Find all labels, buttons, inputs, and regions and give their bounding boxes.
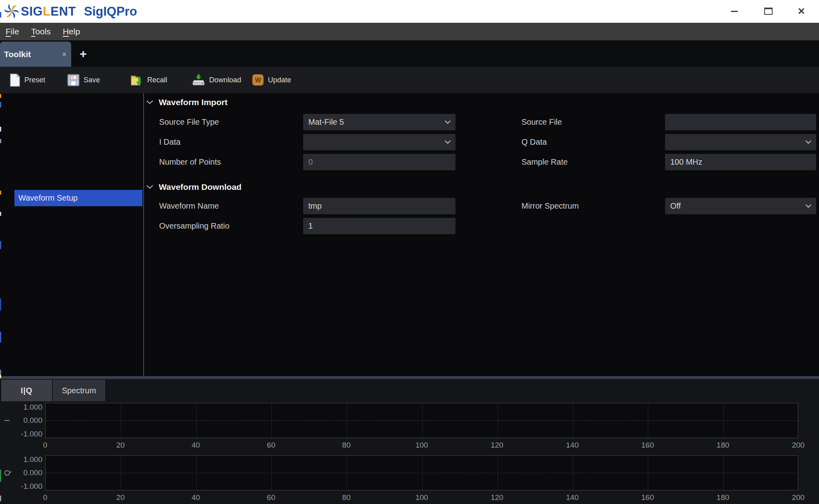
- save-button[interactable]: Save: [67, 72, 100, 88]
- x-tick-label: 160: [641, 493, 654, 502]
- preset-button[interactable]: Preset: [10, 72, 45, 88]
- y-tick-label: 0.000: [7, 416, 42, 425]
- screen-edge-artifact: [0, 375, 1, 378]
- y-tick-label: 0.000: [7, 468, 42, 477]
- mirror-spectrum-dropdown[interactable]: Off: [665, 198, 816, 214]
- screen-edge-artifact: [0, 212, 1, 216]
- gridline-zero: [46, 420, 798, 421]
- source-file-label: Source File: [521, 114, 562, 130]
- source-file-input[interactable]: [665, 114, 816, 130]
- number-of-points-input[interactable]: 0: [303, 154, 455, 170]
- x-tick-label: 120: [491, 493, 503, 502]
- q-data-dropdown[interactable]: [665, 134, 816, 150]
- tab-iq[interactable]: I|Q: [1, 380, 52, 401]
- x-tick-label: 200: [792, 441, 805, 450]
- brand-wordmark: SIGLENT: [21, 4, 76, 19]
- tab-close-icon[interactable]: ×: [62, 50, 66, 59]
- screen-edge-artifact: [0, 299, 1, 311]
- sample-rate-input[interactable]: 100 MHz: [665, 154, 816, 170]
- x-tick-label: 20: [116, 441, 125, 450]
- y-axis-title-q: Q: [3, 468, 12, 478]
- section-header-waveform-download: Waveform Download: [146, 181, 242, 193]
- q-data-label: Q Data: [521, 134, 547, 150]
- siglent-logo-icon: [4, 3, 20, 19]
- screen-edge-artifact: [0, 496, 1, 501]
- x-tick-label: 160: [641, 441, 654, 450]
- x-tick-label: 80: [342, 493, 351, 502]
- sidebar-item-waveform-setup[interactable]: Waveform Setup: [14, 190, 142, 206]
- sigiqpro-window: SIGLENT SigIQPro ✕ File Tools Help Toolk…: [0, 0, 819, 504]
- mirror-spectrum-label: Mirror Spectrum: [521, 198, 579, 214]
- chevron-down-icon: [445, 140, 451, 144]
- oversampling-ratio-input[interactable]: 1: [303, 218, 455, 234]
- x-tick-label: 0: [43, 441, 48, 450]
- tab-toolkit[interactable]: Toolkit ×: [0, 42, 71, 67]
- chevron-down-icon: [445, 120, 451, 124]
- chevron-down-icon[interactable]: [146, 100, 153, 104]
- screen-edge-artifact: [0, 191, 1, 195]
- waveform-name-input[interactable]: tmp: [303, 198, 455, 214]
- download-button[interactable]: Download: [192, 72, 241, 88]
- main-area: Waveform Setup Waveform Import Source Fi…: [0, 93, 819, 376]
- screen-edge-artifact: [0, 12, 1, 18]
- i-data-label: I Data: [159, 134, 180, 150]
- x-tick-label: 60: [267, 493, 275, 502]
- document-tab-bar: Toolkit × +: [0, 40, 819, 67]
- minimize-icon: [731, 11, 738, 12]
- menu-help[interactable]: Help: [60, 27, 83, 36]
- x-tick-label: 40: [192, 493, 200, 502]
- folder-recall-icon: [130, 74, 143, 86]
- chart-plot-i: [45, 403, 798, 438]
- gridline-zero: [46, 473, 798, 473]
- x-tick-label: 100: [415, 493, 428, 502]
- app-title: SigIQPro: [84, 4, 137, 19]
- maximize-icon: [764, 8, 773, 15]
- x-tick-label: 40: [192, 441, 200, 450]
- screen-edge-artifact: [0, 127, 1, 131]
- y-tick-label: 1.000: [7, 403, 42, 412]
- screen-edge-artifact: [0, 370, 1, 375]
- toolbar: Preset Save Recall: [0, 67, 819, 93]
- menu-file[interactable]: File: [2, 27, 22, 36]
- chevron-down-icon: [805, 204, 811, 208]
- screen-edge-artifact: [0, 332, 1, 343]
- chevron-down-icon[interactable]: [146, 185, 153, 189]
- sidebar-divider[interactable]: [143, 93, 144, 376]
- section-header-waveform-import: Waveform Import: [146, 96, 228, 108]
- chart-plot-q: [45, 455, 798, 490]
- x-tick-label: 140: [566, 441, 579, 450]
- chevron-down-icon: [805, 140, 811, 144]
- panel-splitter[interactable]: [0, 376, 819, 379]
- menu-tools[interactable]: Tools: [28, 27, 54, 36]
- minimize-button[interactable]: [725, 3, 743, 19]
- recall-button[interactable]: Recall: [130, 72, 167, 88]
- screen-edge-artifact: [0, 94, 1, 98]
- oversampling-ratio-label: Oversampling Ratio: [159, 218, 230, 234]
- svg-text:W: W: [255, 77, 261, 84]
- screen-edge-artifact: [0, 102, 1, 108]
- y-tick-label: -1.000: [7, 482, 42, 491]
- source-file-type-dropdown[interactable]: Mat-File 5: [303, 114, 455, 130]
- waveform-name-label: Waveform Name: [159, 198, 219, 214]
- x-tick-label: 200: [792, 493, 805, 502]
- tab-spectrum[interactable]: Spectrum: [53, 380, 105, 401]
- new-tab-button[interactable]: +: [77, 46, 90, 62]
- number-of-points-label: Number of Points: [159, 154, 221, 170]
- update-button[interactable]: W Update: [252, 72, 291, 88]
- x-tick-label: 100: [415, 441, 428, 450]
- close-button[interactable]: ✕: [793, 3, 810, 19]
- x-tick-label: 0: [43, 493, 48, 502]
- x-tick-label: 20: [116, 493, 125, 502]
- maximize-button[interactable]: [759, 3, 777, 19]
- source-file-type-label: Source File Type: [159, 114, 219, 130]
- screen-edge-artifact: [0, 470, 1, 482]
- drive-download-icon: [192, 74, 205, 86]
- x-tick-label: 60: [267, 441, 275, 450]
- y-axis-title-i: I: [3, 416, 12, 425]
- x-tick-label: 180: [717, 441, 729, 450]
- y-tick-label: -1.000: [7, 430, 42, 438]
- x-tick-label: 80: [342, 441, 351, 450]
- x-tick-label: 180: [717, 493, 729, 502]
- title-bar: SIGLENT SigIQPro ✕: [0, 0, 819, 23]
- i-data-dropdown[interactable]: [303, 134, 455, 150]
